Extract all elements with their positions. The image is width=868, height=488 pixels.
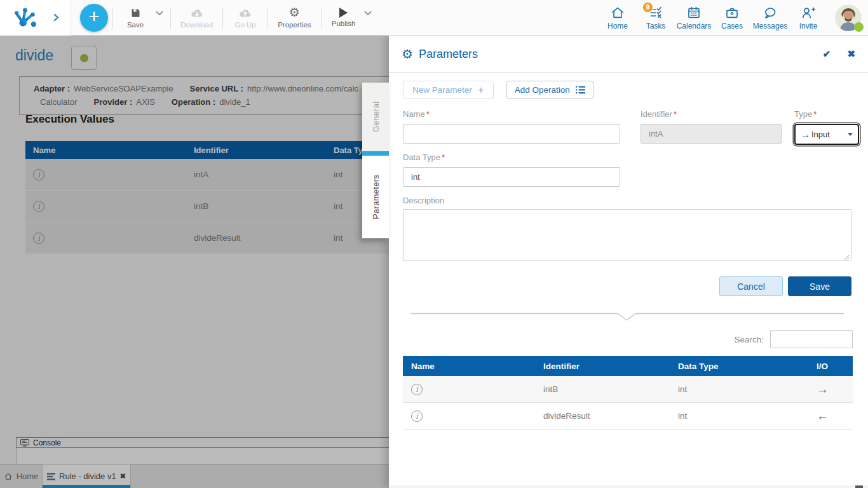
toolbar-divider [112,7,113,29]
row-identifier: divideResult [543,411,678,421]
row-data-type: int [678,411,817,421]
nav-invite[interactable]: Invite [789,5,827,30]
required-asterisk: * [813,109,817,119]
save-button[interactable]: Save [118,0,153,36]
nav-home[interactable]: Home [599,5,637,30]
collapse-divider[interactable] [403,313,851,322]
gear-icon: ⚙ [289,6,300,19]
new-parameter-label: New Parameter [412,85,472,95]
panel-side-tabs: General Parameters [362,83,389,238]
parameters-panel: ⚙ Parameters ✔ ✖ New Parameter + Add Ope… [389,36,868,488]
required-asterisk: * [426,109,430,119]
plus-icon: + [88,7,100,26]
panel-title: Parameters [419,48,478,61]
col-io: I/O [817,362,853,371]
go-up-button[interactable]: Go Up [227,0,263,36]
row-identifier: intB [543,384,678,394]
type-label: Type* [794,109,859,119]
briefcase-icon [724,5,740,20]
calendar-icon [686,5,702,20]
play-icon [339,8,348,18]
save-dropdown-chevron-icon[interactable] [153,11,166,16]
new-item-button[interactable]: + [80,4,108,32]
save-label: Save [127,21,144,29]
properties-button[interactable]: ⚙ Properties [273,0,316,36]
message-bubble-icon [763,5,778,20]
data-type-field[interactable] [403,167,620,187]
home-icon [610,5,625,20]
input-arrow-icon: → [801,129,810,140]
modal-dim-overlay [0,36,389,488]
nav-cases-label: Cases [721,22,743,30]
top-toolbar: + Save Download [0,0,868,36]
data-type-label: Data Type* [403,152,854,162]
table-row[interactable]: i divideResult int ← [403,403,853,430]
save-button[interactable]: Save [788,276,851,296]
plus-icon: + [478,84,484,97]
app-logo-icon [13,4,41,31]
toolbar-divider [268,7,268,29]
nav-tasks-label: Tasks [646,22,666,30]
new-parameter-button[interactable]: New Parameter + [403,81,494,99]
horizontal-scrollbar[interactable] [389,485,868,488]
description-field[interactable] [403,209,851,261]
invite-person-plus-icon [801,5,816,20]
parameters-table-header: Name Identifier Data Type I/O [403,356,853,376]
confirm-icon[interactable]: ✔ [823,48,831,60]
scrollbar-thumb[interactable] [855,485,863,488]
required-asterisk: * [442,152,445,162]
top-right-nav: Home 9 Tasks [599,0,868,36]
close-icon[interactable]: ✖ [847,48,855,60]
save-icon [130,7,142,19]
col-identifier: Identifier [543,362,678,371]
panel-header: ⚙ Parameters ✔ ✖ [389,36,868,73]
identifier-label: Identifier* [641,109,782,119]
nav-tasks[interactable]: 9 Tasks [637,5,675,30]
tab-parameters[interactable]: Parameters [362,156,389,238]
add-operation-button[interactable]: Add Operation [506,81,593,99]
download-cloud-icon [190,7,204,19]
toolbar-divider [321,7,322,29]
cancel-button[interactable]: Cancel [719,276,783,296]
col-name: Name [403,362,543,371]
rule-editor-stage: divide Adapter :WebServiceSOAPExampleSer… [0,36,389,488]
download-label: Download [180,21,213,29]
chevron-down-icon [848,133,853,136]
presence-status-dot [854,22,864,32]
search-input[interactable] [770,330,853,348]
publish-dropdown-chevron-icon[interactable] [362,11,374,16]
publish-button[interactable]: Publish [326,0,362,36]
info-icon[interactable]: i [411,410,423,422]
add-operation-label: Add Operation [515,85,570,95]
list-icon [576,86,585,94]
nav-cases[interactable]: Cases [713,5,751,30]
name-field[interactable] [403,124,620,144]
tab-general[interactable]: General [362,83,389,151]
table-row[interactable]: i intB int → [403,376,853,403]
user-avatar[interactable] [830,4,862,31]
publish-label: Publish [332,20,356,27]
required-asterisk: * [674,109,677,119]
nav-calendars-label: Calendars [677,22,712,30]
panel-body: New Parameter + Add Operation Name* [389,73,868,430]
description-label: Description [403,196,854,205]
search-label: Search: [734,335,764,344]
type-dropdown[interactable]: → Input [794,124,859,145]
sidebar-expand-chevron-icon[interactable] [51,13,60,22]
row-data-type: int [678,384,817,394]
nav-calendars[interactable]: Calendars [675,5,713,30]
upload-cloud-icon [238,7,252,19]
app-logo-box[interactable] [0,0,71,36]
download-button[interactable]: Download [175,0,218,36]
identifier-field[interactable] [641,124,782,144]
type-value: Input [811,130,830,139]
info-icon[interactable]: i [411,384,423,395]
nav-messages[interactable]: Messages [751,5,789,30]
nav-home-label: Home [607,22,628,30]
gear-icon: ⚙ [402,46,413,62]
active-tab-indicator [362,151,389,156]
go-up-label: Go Up [235,21,256,29]
parameters-table: Name Identifier Data Type I/O i intB int… [403,356,853,430]
io-input-arrow-icon: → [817,383,853,395]
col-data-type: Data Type [678,362,817,371]
